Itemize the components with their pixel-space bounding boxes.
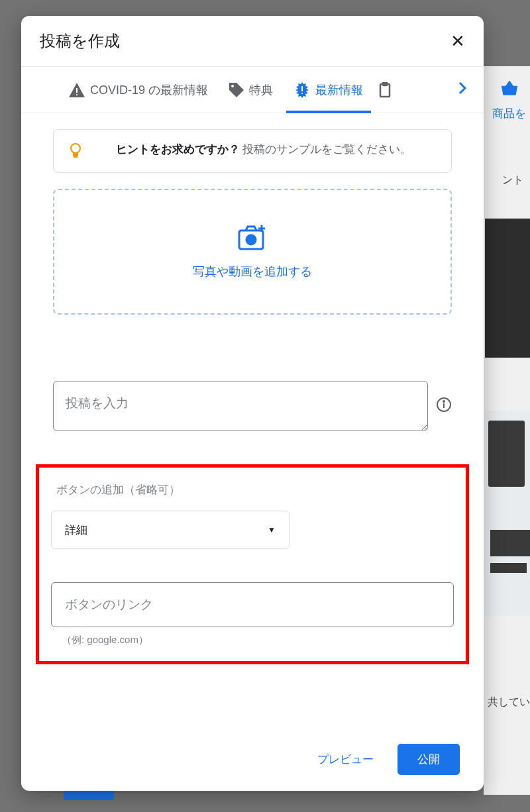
tip-rest: 投稿のサンプルをご覧ください。	[242, 143, 411, 156]
modal-title: 投稿を作成	[40, 30, 120, 52]
svg-rect-3	[301, 86, 303, 91]
caret-down-icon: ▼	[268, 525, 276, 534]
bg-text-fragment-2: 共してい	[488, 695, 530, 709]
svg-rect-6	[383, 82, 387, 85]
svg-rect-4	[301, 93, 303, 94]
bg-product-link: 商品を	[492, 106, 526, 121]
bg-map-shape	[490, 563, 527, 573]
info-icon[interactable]	[436, 397, 452, 415]
bg-text-fragment-1: ント	[502, 174, 523, 187]
svg-point-10	[246, 235, 256, 244]
button-section-label: ボタンの追加（省略可）	[51, 482, 454, 497]
lightbulb-icon	[68, 142, 83, 162]
media-upload-area[interactable]: 写真や動画を追加する	[53, 189, 452, 315]
tab-label: 特典	[249, 82, 273, 98]
camera-plus-icon	[238, 224, 267, 253]
bg-dark-image	[485, 219, 530, 358]
scroll-right-button[interactable]	[454, 81, 470, 98]
tab-label: COVID-19 の最新情報	[90, 82, 208, 98]
preview-button[interactable]: プレビュー	[309, 745, 382, 774]
svg-point-7	[71, 144, 80, 153]
button-type-select[interactable]: 詳細 ▼	[51, 511, 290, 549]
svg-rect-1	[76, 94, 78, 95]
tip-banner[interactable]: ヒントをお求めですか？ 投稿のサンプルをご覧ください。	[53, 129, 452, 173]
burst-icon	[294, 82, 310, 98]
svg-point-2	[231, 85, 234, 87]
tip-text: ヒントをお求めですか？ 投稿のサンプルをご覧ください。	[91, 140, 437, 158]
svg-rect-0	[76, 88, 78, 93]
link-hint: （例: google.com）	[51, 634, 454, 646]
tab-covid[interactable]: COVID-19 の最新情報	[61, 67, 216, 113]
svg-point-15	[443, 401, 445, 402]
button-link-input[interactable]	[51, 582, 454, 627]
close-button[interactable]: ✕	[450, 32, 465, 50]
button-section-highlight: ボタンの追加（省略可） 詳細 ▼ （例: google.com）	[36, 464, 469, 664]
tip-strong: ヒントをお求めですか？	[116, 143, 240, 156]
create-post-modal: 投稿を作成 ✕ COVID-19 の最新情報 特典 最新情報	[21, 16, 484, 791]
tab-updates[interactable]: 最新情報	[286, 67, 371, 113]
warning-icon	[69, 83, 85, 97]
modal-body: ヒントをお求めですか？ 投稿のサンプルをご覧ください。 写真や動画を追加する ボ…	[21, 113, 484, 733]
bg-map-shape	[490, 530, 530, 556]
upload-label: 写真や動画を追加する	[193, 264, 312, 279]
post-input-row	[53, 381, 452, 431]
bg-map-shape	[488, 421, 525, 487]
tab-offers[interactable]: 特典	[221, 67, 281, 113]
tab-events[interactable]	[376, 67, 394, 113]
clipboard-icon	[379, 82, 391, 98]
select-value: 詳細	[65, 523, 87, 538]
close-icon: ✕	[450, 31, 465, 51]
tag-icon	[229, 83, 244, 97]
tabs-bar: COVID-19 の最新情報 特典 最新情報	[21, 67, 484, 113]
post-textarea[interactable]	[53, 381, 428, 431]
modal-footer: プレビュー 公開	[21, 733, 484, 791]
tab-label: 最新情報	[315, 82, 363, 98]
chevron-right-icon	[458, 83, 466, 97]
modal-header: 投稿を作成 ✕	[21, 16, 484, 67]
basket-icon	[501, 81, 518, 98]
publish-button[interactable]: 公開	[398, 744, 460, 775]
